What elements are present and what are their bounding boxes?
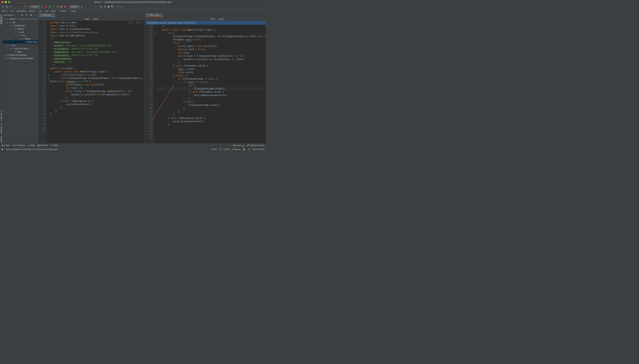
bc-1[interactable]: out [11,10,14,12]
bc-7[interactable]: Main [62,10,66,12]
scrollbar[interactable] [143,21,145,143]
bottom-tool-bar: ▶ 4: Run ⊘ 6: Problems ≡ TODO ▣ Terminal… [0,143,266,147]
project-tree[interactable]: ▾■demo7 ~/IdeaProjects/demo7▾🗀out▾🗀produ… [3,17,38,60]
extension-icon[interactable]: ✱ [120,5,123,8]
stop-icon[interactable]: ⏹ [64,5,67,8]
vcs-update-icon[interactable]: ↓ [90,5,93,8]
save-icon[interactable]: 🖫 [5,5,8,8]
jrebel-debug-icon[interactable]: 🐞 [84,5,87,8]
rocket-icon[interactable]: 🚀 [60,5,63,8]
rail-jrebel[interactable]: JRebel [0,135,3,143]
bc-5[interactable]: niu [45,10,48,12]
tree-row[interactable]: ▾🗀out [3,21,38,24]
tree-row[interactable]: ⒸMain [3,50,38,54]
tree-row[interactable]: ▾■demo7 ~/IdeaProjects/demo7 [3,18,38,21]
code-right[interactable]: } public static void main(String[] args)… [154,25,266,143]
rail-structure[interactable]: 7: Structure [0,110,3,122]
attach-icon[interactable]: ⇲ [56,5,59,8]
profile-icon[interactable]: ⏱ [52,5,55,8]
settings-icon[interactable]: 🔧 [99,5,102,8]
hide-icon[interactable]: — [34,14,37,17]
project-tool-window: ■ Project ▾ ⊕ ⇱ ⚙ — ▾■demo7 ~/IdeaProjec… [3,13,38,143]
bb-problems[interactable]: ⊘ 6: Problems [12,144,25,146]
jrebel-run-icon[interactable]: ▶ [80,5,84,8]
forward-icon[interactable]: → [18,5,22,8]
bb-todo[interactable]: ≡ TODO [28,144,35,146]
tree-row[interactable]: ⒸMain.class [3,40,38,44]
bb-jrebel-console[interactable]: 🚀 JRebel Console [247,144,264,146]
titlebar: demo7 – ~/IdeaProjects/demo7/out/product… [0,0,266,4]
status-memory[interactable]: 293 of 1979M [252,148,265,150]
rail-project[interactable]: 1: Project [0,14,3,25]
expand-icon[interactable]: ⇱ [25,14,28,17]
gutter-left[interactable]: 1234567891011121314151617181920 21222324… [38,21,47,143]
lock-icon[interactable]: 🔓 [243,148,245,150]
minimize-icon[interactable] [5,1,7,3]
search-icon[interactable]: 🔍 [111,5,114,8]
debug-icon[interactable]: 🐞 [44,5,48,8]
status-toggle-icon[interactable]: ▣ [2,148,3,150]
tree-row[interactable]: ▾🗀src [3,44,38,47]
chevron-down-icon[interactable]: ∨ [141,21,142,24]
hint-icon[interactable]: ✓ [133,21,134,24]
bb-terminal[interactable]: ▣ Terminal [38,144,48,146]
run-config-label: Main [33,6,37,8]
profiler-icon[interactable]: ▣ [107,5,110,8]
open-icon[interactable]: 🗀 [1,5,4,8]
status-caret[interactable]: 36:53 [211,148,217,150]
coverage-icon[interactable]: ◉ [48,5,52,8]
nav-breadcrumb: demo7〉 out〉 production〉 demo7〉 com〉 niu〉… [0,9,266,13]
chevron-up-icon[interactable]: ∧ [139,21,140,24]
back-icon[interactable]: ← [14,5,18,8]
vcs-commit-icon[interactable]: ↑ [94,5,97,8]
bc-3[interactable]: demo7 [29,10,35,12]
code-area-left[interactable]: 1234567891011121314151617181920 21222324… [38,21,145,143]
warning-icon[interactable]: ⚠ [128,21,129,24]
tree-row[interactable]: ▾🗀com [3,30,38,34]
tree-row[interactable]: ▾🗀niu [3,34,38,37]
tree-row[interactable]: ▸🗎Scratches and Consoles [3,57,38,60]
run-config-select[interactable]: ▸ Main ▾ [30,5,40,8]
refresh-icon[interactable]: ⟳ [9,5,12,8]
bc-4[interactable]: com [38,10,42,12]
gutter-right[interactable]: 1415161718192021222324252627282930313233… [145,25,154,143]
translate-icon[interactable]: G [116,5,120,8]
status-eol[interactable]: LF [219,148,222,150]
structure-popup-icon[interactable]: ☰ [103,5,106,8]
gear-icon[interactable]: ⚙ [30,14,33,17]
close-icon[interactable]: × [161,14,162,16]
bb-event-log[interactable]: ❶Event Log [233,144,245,146]
traffic-lights [2,1,10,3]
tree-row[interactable]: ▾🗀com.niu.demo [3,47,38,50]
tree-row[interactable]: ▾🗀production [3,24,38,27]
bc-2[interactable]: production [17,10,26,12]
tree-row[interactable]: ▾🗀demo [3,37,38,40]
close-icon[interactable] [2,1,4,3]
run-icon[interactable]: ▶ [41,5,44,8]
tree-row[interactable]: ▸⊞External Libraries [3,54,38,57]
status-encoding[interactable]: UTF-8 [224,148,230,150]
bb-run[interactable]: ▶ 4: Run [2,144,10,146]
bb-build[interactable]: 🔨 Build [50,144,58,146]
zoom-icon[interactable] [8,1,10,3]
chrome-icon[interactable]: ◉ [248,148,250,150]
tab-main-class[interactable]: Ⓒ Main.class × [145,13,163,17]
code-left[interactable]: package com.niu.demo;import java.io.File… [47,21,143,143]
editor-breadcrumb-left: Main 〉 main() [38,17,145,21]
select-target-icon[interactable]: ⊕ [21,14,24,17]
bc-6[interactable]: demo [51,10,56,12]
tab-main-java[interactable]: Ⓒ Main.java × [38,13,56,17]
jrebel-select[interactable]: JRebel ▾ [69,5,80,8]
build-icon[interactable]: 🔨 [24,5,27,8]
status-indent[interactable]: 4 spaces [232,148,240,150]
main-area: 1: Project 7: Structure 2: Favorites JRe… [0,13,266,143]
bc-8[interactable]: main [72,10,76,12]
bc-0[interactable]: demo7 [2,10,8,12]
code-area-right[interactable]: 1415161718192021222324252627282930313233… [145,25,266,143]
inspection-widgets[interactable]: ⚠2 ✓1 ∧ ∨ [128,21,142,24]
tree-row[interactable]: ▾🗀demo7 [3,27,38,30]
rail-favorites[interactable]: 2: Favorites [0,122,3,135]
close-icon[interactable]: × [53,14,54,16]
decompile-banner: Decompiled .class file, bytecode version… [145,21,266,25]
left-tool-rail: 1: Project 7: Structure 2: Favorites JRe… [0,13,3,143]
